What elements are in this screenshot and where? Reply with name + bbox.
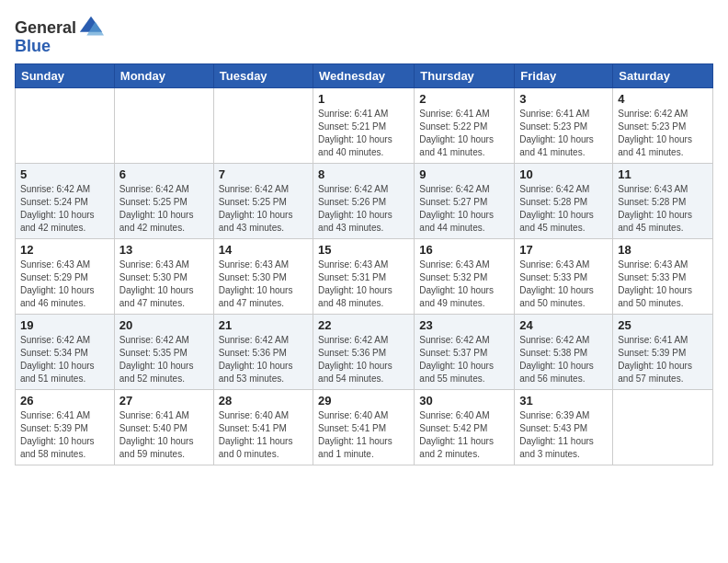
day-number: 17: [519, 243, 608, 257]
day-info: Sunrise: 6:42 AM Sunset: 5:26 PM Dayligh…: [318, 183, 409, 235]
day-info: Sunrise: 6:41 AM Sunset: 5:39 PM Dayligh…: [20, 409, 109, 461]
day-number: 10: [519, 167, 608, 181]
calendar-header-row: SundayMondayTuesdayWednesdayThursdayFrid…: [16, 64, 713, 88]
day-info: Sunrise: 6:42 AM Sunset: 5:25 PM Dayligh…: [119, 183, 209, 235]
day-number: 14: [219, 243, 308, 257]
logo-general-text: General: [15, 18, 76, 38]
calendar-week-4: 19Sunrise: 6:42 AM Sunset: 5:34 PM Dayli…: [16, 315, 713, 390]
calendar-cell: 7Sunrise: 6:42 AM Sunset: 5:25 PM Daylig…: [213, 164, 313, 239]
day-number: 16: [419, 243, 509, 257]
day-number: 29: [318, 394, 409, 408]
day-info: Sunrise: 6:40 AM Sunset: 5:41 PM Dayligh…: [318, 409, 409, 461]
day-number: 6: [119, 167, 209, 181]
calendar-cell: 23Sunrise: 6:42 AM Sunset: 5:37 PM Dayli…: [415, 315, 515, 390]
day-info: Sunrise: 6:42 AM Sunset: 5:36 PM Dayligh…: [318, 334, 409, 385]
weekday-header-friday: Friday: [515, 64, 613, 88]
calendar-week-3: 12Sunrise: 6:43 AM Sunset: 5:29 PM Dayli…: [16, 239, 713, 315]
calendar-cell: 9Sunrise: 6:42 AM Sunset: 5:27 PM Daylig…: [415, 164, 515, 239]
calendar-cell: 18Sunrise: 6:43 AM Sunset: 5:33 PM Dayli…: [613, 239, 713, 315]
day-number: 7: [219, 167, 308, 181]
calendar-table: SundayMondayTuesdayWednesdayThursdayFrid…: [15, 63, 713, 465]
calendar-cell: 3Sunrise: 6:41 AM Sunset: 5:23 PM Daylig…: [515, 88, 613, 164]
day-info: Sunrise: 6:42 AM Sunset: 5:38 PM Dayligh…: [519, 334, 608, 385]
calendar-week-5: 26Sunrise: 6:41 AM Sunset: 5:39 PM Dayli…: [16, 390, 713, 465]
day-number: 24: [519, 318, 608, 332]
calendar-cell: 29Sunrise: 6:40 AM Sunset: 5:41 PM Dayli…: [313, 390, 415, 465]
day-number: 23: [419, 318, 509, 332]
calendar-cell: 4Sunrise: 6:42 AM Sunset: 5:23 PM Daylig…: [613, 88, 713, 164]
day-number: 4: [618, 92, 708, 106]
day-info: Sunrise: 6:43 AM Sunset: 5:29 PM Dayligh…: [20, 259, 109, 310]
logo: General Blue: [15, 15, 104, 56]
calendar-cell: [16, 88, 115, 164]
calendar-cell: 5Sunrise: 6:42 AM Sunset: 5:24 PM Daylig…: [16, 164, 115, 239]
calendar-cell: 13Sunrise: 6:43 AM Sunset: 5:30 PM Dayli…: [114, 239, 213, 315]
day-info: Sunrise: 6:43 AM Sunset: 5:32 PM Dayligh…: [419, 259, 509, 310]
calendar-cell: 27Sunrise: 6:41 AM Sunset: 5:40 PM Dayli…: [114, 390, 213, 465]
day-info: Sunrise: 6:42 AM Sunset: 5:24 PM Dayligh…: [20, 183, 109, 235]
weekday-header-saturday: Saturday: [613, 64, 713, 88]
calendar-cell: [213, 88, 313, 164]
day-number: 26: [20, 394, 109, 408]
calendar-cell: [613, 390, 713, 465]
day-number: 31: [519, 394, 608, 408]
day-info: Sunrise: 6:43 AM Sunset: 5:30 PM Dayligh…: [119, 259, 209, 310]
calendar-cell: 24Sunrise: 6:42 AM Sunset: 5:38 PM Dayli…: [515, 315, 613, 390]
day-info: Sunrise: 6:42 AM Sunset: 5:25 PM Dayligh…: [219, 183, 308, 235]
day-info: Sunrise: 6:42 AM Sunset: 5:34 PM Dayligh…: [20, 334, 109, 385]
weekday-header-sunday: Sunday: [16, 64, 115, 88]
weekday-header-thursday: Thursday: [415, 64, 515, 88]
day-info: Sunrise: 6:42 AM Sunset: 5:27 PM Dayligh…: [419, 183, 509, 235]
weekday-header-tuesday: Tuesday: [213, 64, 313, 88]
day-info: Sunrise: 6:43 AM Sunset: 5:33 PM Dayligh…: [618, 259, 708, 310]
day-number: 21: [219, 318, 308, 332]
day-number: 22: [318, 318, 409, 332]
day-number: 18: [618, 243, 708, 257]
calendar-cell: 31Sunrise: 6:39 AM Sunset: 5:43 PM Dayli…: [515, 390, 613, 465]
day-info: Sunrise: 6:41 AM Sunset: 5:39 PM Dayligh…: [618, 334, 708, 385]
day-number: 28: [219, 394, 308, 408]
day-info: Sunrise: 6:40 AM Sunset: 5:41 PM Dayligh…: [219, 409, 308, 461]
calendar-cell: 19Sunrise: 6:42 AM Sunset: 5:34 PM Dayli…: [16, 315, 115, 390]
day-number: 19: [20, 318, 109, 332]
logo-blue-text: Blue: [15, 37, 51, 56]
day-number: 8: [318, 167, 409, 181]
day-number: 3: [519, 92, 608, 106]
day-info: Sunrise: 6:41 AM Sunset: 5:22 PM Dayligh…: [419, 108, 509, 159]
calendar-cell: 8Sunrise: 6:42 AM Sunset: 5:26 PM Daylig…: [313, 164, 415, 239]
day-number: 2: [419, 92, 509, 106]
calendar-week-1: 1Sunrise: 6:41 AM Sunset: 5:21 PM Daylig…: [16, 88, 713, 164]
calendar-cell: 15Sunrise: 6:43 AM Sunset: 5:31 PM Dayli…: [313, 239, 415, 315]
day-info: Sunrise: 6:40 AM Sunset: 5:42 PM Dayligh…: [419, 409, 509, 461]
day-number: 27: [119, 394, 209, 408]
day-number: 11: [618, 167, 708, 181]
calendar-cell: 21Sunrise: 6:42 AM Sunset: 5:36 PM Dayli…: [213, 315, 313, 390]
day-number: 12: [20, 243, 109, 257]
weekday-header-monday: Monday: [114, 64, 213, 88]
day-info: Sunrise: 6:41 AM Sunset: 5:40 PM Dayligh…: [119, 409, 209, 461]
calendar-cell: 6Sunrise: 6:42 AM Sunset: 5:25 PM Daylig…: [114, 164, 213, 239]
calendar-cell: 20Sunrise: 6:42 AM Sunset: 5:35 PM Dayli…: [114, 315, 213, 390]
day-number: 1: [318, 92, 409, 106]
day-number: 5: [20, 167, 109, 181]
calendar-week-2: 5Sunrise: 6:42 AM Sunset: 5:24 PM Daylig…: [16, 164, 713, 239]
calendar-cell: 16Sunrise: 6:43 AM Sunset: 5:32 PM Dayli…: [415, 239, 515, 315]
calendar-cell: 25Sunrise: 6:41 AM Sunset: 5:39 PM Dayli…: [613, 315, 713, 390]
calendar-cell: 11Sunrise: 6:43 AM Sunset: 5:28 PM Dayli…: [613, 164, 713, 239]
day-number: 30: [419, 394, 509, 408]
calendar-cell: 12Sunrise: 6:43 AM Sunset: 5:29 PM Dayli…: [16, 239, 115, 315]
day-info: Sunrise: 6:42 AM Sunset: 5:28 PM Dayligh…: [519, 183, 608, 235]
calendar-cell: 1Sunrise: 6:41 AM Sunset: 5:21 PM Daylig…: [313, 88, 415, 164]
day-info: Sunrise: 6:42 AM Sunset: 5:35 PM Dayligh…: [119, 334, 209, 385]
day-info: Sunrise: 6:43 AM Sunset: 5:33 PM Dayligh…: [519, 259, 608, 310]
weekday-header-wednesday: Wednesday: [313, 64, 415, 88]
calendar-cell: 17Sunrise: 6:43 AM Sunset: 5:33 PM Dayli…: [515, 239, 613, 315]
day-number: 13: [119, 243, 209, 257]
day-info: Sunrise: 6:39 AM Sunset: 5:43 PM Dayligh…: [519, 409, 608, 461]
calendar-cell: 30Sunrise: 6:40 AM Sunset: 5:42 PM Dayli…: [415, 390, 515, 465]
calendar-cell: [114, 88, 213, 164]
day-number: 25: [618, 318, 708, 332]
calendar-cell: 2Sunrise: 6:41 AM Sunset: 5:22 PM Daylig…: [415, 88, 515, 164]
logo-icon: [78, 15, 104, 40]
day-number: 9: [419, 167, 509, 181]
